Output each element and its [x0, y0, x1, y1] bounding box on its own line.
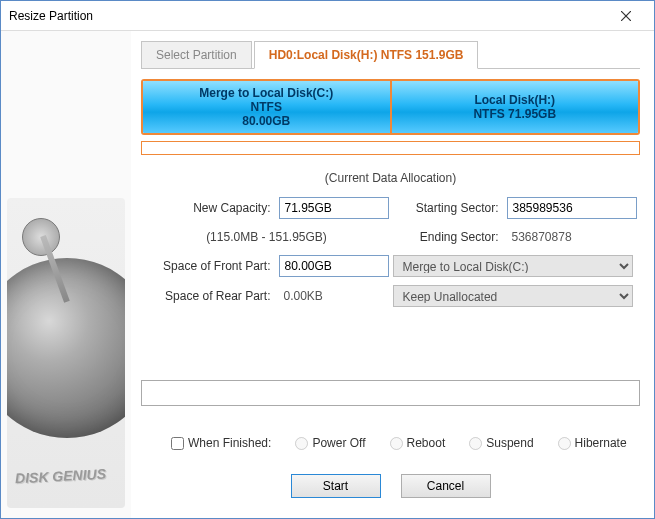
window-title: Resize Partition — [9, 9, 606, 23]
partition-name: Merge to Local Disk(C:) — [199, 86, 333, 100]
front-space-select[interactable]: Merge to Local Disk(C:) — [393, 255, 633, 277]
partition-diagram[interactable]: Merge to Local Disk(C:) NTFS 80.00GB Loc… — [141, 79, 640, 135]
tab-bar: Select Partition HD0:Local Disk(H:) NTFS… — [141, 41, 640, 69]
tab-disk-info[interactable]: HD0:Local Disk(H:) NTFS 151.9GB — [254, 41, 479, 69]
partition-name: Local Disk(H:) — [474, 93, 555, 107]
status-box — [141, 380, 640, 406]
end-sector-value: 536870878 — [507, 227, 637, 247]
new-capacity-input[interactable] — [279, 197, 389, 219]
new-capacity-label: New Capacity: — [145, 201, 275, 215]
button-row: Start Cancel — [141, 474, 640, 498]
rear-space-label: Space of Rear Part: — [145, 289, 275, 303]
form-grid: New Capacity: Starting Sector: (115.0MB … — [141, 197, 640, 307]
rear-space-select[interactable]: Keep Unallocated — [393, 285, 633, 307]
radio-hibernate[interactable]: Hibernate — [558, 436, 627, 450]
allocation-caption: (Current Data Allocation) — [141, 171, 640, 185]
start-sector-input[interactable] — [507, 197, 637, 219]
content-area: Select Partition HD0:Local Disk(H:) NTFS… — [1, 31, 654, 518]
rear-space-value: 0.00KB — [279, 286, 389, 306]
radio-suspend[interactable]: Suspend — [469, 436, 533, 450]
when-finished-checkbox[interactable]: When Finished: — [171, 436, 271, 450]
end-sector-label: Ending Sector: — [393, 230, 503, 244]
sidebar — [1, 31, 131, 518]
front-space-label: Space of Front Part: — [145, 259, 275, 273]
allocation-bar[interactable] — [141, 141, 640, 155]
when-finished-row: When Finished: Power Off Reboot Suspend … — [141, 436, 640, 450]
partition-block-h[interactable]: Local Disk(H:) NTFS 71.95GB — [392, 81, 639, 133]
capacity-range-hint: (115.0MB - 151.95GB) — [145, 230, 389, 244]
cancel-button[interactable]: Cancel — [401, 474, 491, 498]
when-finished-cb-input[interactable] — [171, 437, 184, 450]
partition-fs: NTFS — [251, 100, 282, 114]
tab-select-partition[interactable]: Select Partition — [141, 41, 252, 69]
partition-size: 80.00GB — [242, 114, 290, 128]
titlebar: Resize Partition — [1, 1, 654, 31]
main-panel: Select Partition HD0:Local Disk(H:) NTFS… — [131, 31, 654, 518]
front-space-input[interactable] — [279, 255, 389, 277]
radio-reboot[interactable]: Reboot — [390, 436, 446, 450]
start-button[interactable]: Start — [291, 474, 381, 498]
partition-block-merge-c[interactable]: Merge to Local Disk(C:) NTFS 80.00GB — [143, 81, 392, 133]
close-icon — [621, 11, 631, 21]
close-button[interactable] — [606, 2, 646, 30]
disk-illustration — [7, 198, 125, 508]
start-sector-label: Starting Sector: — [393, 201, 503, 215]
partition-fs-size: NTFS 71.95GB — [473, 107, 556, 121]
radio-poweroff[interactable]: Power Off — [295, 436, 365, 450]
